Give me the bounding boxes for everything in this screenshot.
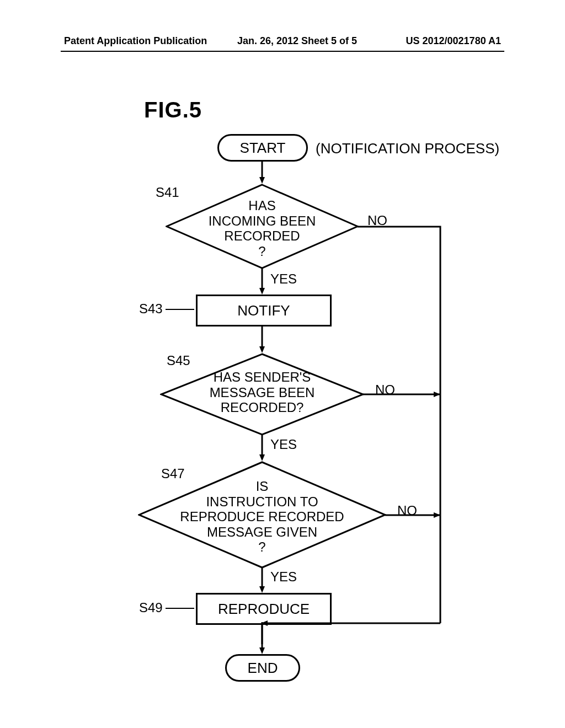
path-no-s47: [385, 0, 495, 728]
header-rule: [61, 51, 504, 52]
page-header: Patent Application Publication Jan. 26, …: [0, 34, 565, 51]
branch-yes-s47: YES: [270, 569, 297, 585]
arrow-s45-s47: [259, 435, 265, 461]
leader-s49: [166, 608, 194, 609]
arrow-s43-s45: [259, 326, 265, 353]
figure-label: FIG.5: [144, 98, 202, 122]
arrow-s47-s49: [259, 568, 265, 593]
svg-marker-16: [259, 586, 265, 593]
decision-s47-text: ISINSTRUCTION TOREPRODUCE RECORDEDMESSAG…: [138, 479, 386, 555]
header-left: Patent Application Publication: [64, 35, 207, 47]
decision-s41: HASINCOMING BEENRECORDED?: [166, 184, 359, 269]
terminator-start: START: [217, 134, 308, 162]
process-s43: NOTIFY: [196, 295, 332, 326]
decision-s45-text: HAS SENDER'SMESSAGE BEENRECORDED?: [160, 370, 364, 415]
branch-no-s47: NO: [397, 503, 417, 518]
path-no-s41: [358, 0, 468, 728]
path-no-s45: [363, 0, 473, 728]
step-ref-s45: S45: [167, 353, 190, 368]
svg-marker-14: [434, 512, 440, 518]
leader-s43: [166, 309, 194, 310]
branch-no-s41: NO: [367, 213, 387, 228]
svg-marker-6: [259, 346, 265, 353]
decision-s45: HAS SENDER'SMESSAGE BEENRECORDED?: [160, 353, 364, 436]
step-ref-s47: S47: [161, 466, 185, 481]
decision-s41-text: HASINCOMING BEENRECORDED?: [166, 198, 359, 259]
branch-yes-s45: YES: [270, 437, 297, 452]
branch-no-s45: NO: [375, 382, 395, 398]
arrow-s41-s43: [259, 268, 265, 295]
step-ref-s41: S41: [156, 185, 179, 200]
step-ref-s43: S43: [139, 301, 163, 317]
svg-marker-9: [434, 392, 440, 397]
header-right: US 2012/0021780 A1: [406, 35, 501, 47]
svg-marker-21: [259, 647, 265, 654]
arrow-merge-end: [259, 622, 265, 654]
arrow-start-s41: [259, 162, 265, 184]
process-title: (NOTIFICATION PROCESS): [316, 140, 499, 157]
terminator-end: END: [225, 654, 300, 682]
step-ref-s49: S49: [139, 600, 163, 615]
svg-marker-1: [259, 177, 265, 184]
svg-marker-4: [259, 288, 265, 295]
branch-yes-s41: YES: [270, 271, 297, 287]
header-mid: Jan. 26, 2012 Sheet 5 of 5: [237, 35, 357, 47]
path-no-merge: [261, 620, 443, 631]
svg-marker-11: [259, 454, 265, 461]
